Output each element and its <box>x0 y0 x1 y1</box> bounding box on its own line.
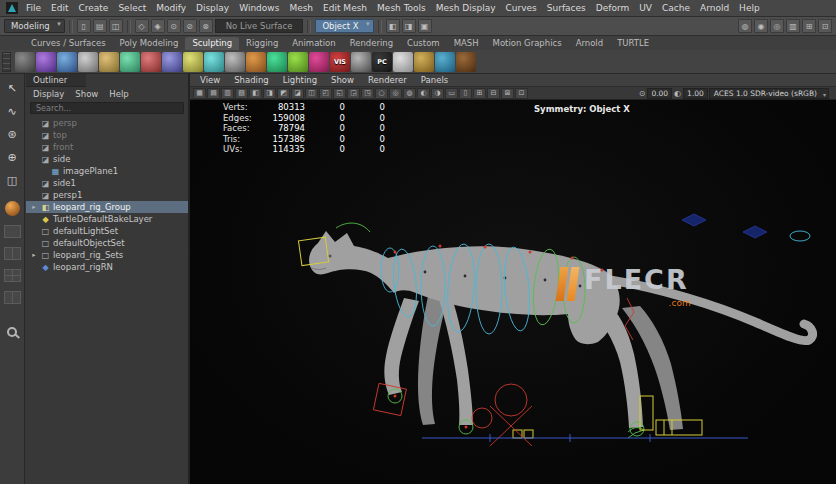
menubar-item[interactable]: Help <box>734 0 765 17</box>
shelf-tool-icon[interactable] <box>99 52 119 72</box>
menubar-item[interactable]: Windows <box>234 0 284 17</box>
render-icon[interactable]: ▥ <box>786 19 800 33</box>
viewport-menu-item[interactable]: Lighting <box>276 75 324 85</box>
outliner-item[interactable]: ◆ TurtleDefaultBakeLayer <box>26 213 188 225</box>
shelf-tool-icon[interactable] <box>351 52 371 72</box>
shelf-tool-icon[interactable] <box>435 52 455 72</box>
shelf-tool-icon[interactable] <box>246 52 266 72</box>
viewport-tool-icon[interactable]: ◐ <box>417 88 430 99</box>
outliner-item[interactable]: ▸ □ leopard_rig_Sets <box>26 249 188 261</box>
statusline-divider[interactable] <box>69 20 73 33</box>
outliner-menu-item[interactable]: Display <box>33 89 64 99</box>
shelf-tab[interactable]: Rendering <box>343 37 400 50</box>
render-icon[interactable]: ◎ <box>770 19 784 33</box>
toolbox-tool-icon[interactable]: ↖ <box>4 82 20 96</box>
menubar-item[interactable]: Mesh Display <box>431 0 501 17</box>
shelf-tool-icon[interactable] <box>78 52 98 72</box>
toolbox-tool-icon[interactable]: ◫ <box>4 174 20 188</box>
menubar-item[interactable]: Create <box>74 0 114 17</box>
statusline-divider[interactable] <box>127 20 131 33</box>
file-operation-icon[interactable]: ▤ <box>93 19 107 33</box>
snap-icon[interactable]: ◇ <box>135 19 149 33</box>
menubar-item[interactable]: Curves <box>501 0 542 17</box>
viewport-tool-icon[interactable]: ◱ <box>333 88 346 99</box>
viewport-tool-icon[interactable]: ⊠ <box>501 88 514 99</box>
menubar-item[interactable]: Surfaces <box>542 0 591 17</box>
symmetry-dropdown[interactable]: Object X <box>315 19 373 33</box>
shelf-tab[interactable]: Animation <box>285 37 342 50</box>
viewport-tool-icon[interactable]: ◑ <box>431 88 444 99</box>
statusline-divider[interactable] <box>378 20 382 33</box>
expand-arrow-icon[interactable]: ▸ <box>30 251 38 259</box>
shelf-tab[interactable]: MASH <box>447 37 486 50</box>
shelf-tool-icon[interactable] <box>456 52 476 72</box>
statusline-divider[interactable] <box>307 20 311 33</box>
exposure-field[interactable]: 0.00 <box>647 88 672 99</box>
shelf-tool-icon[interactable] <box>141 52 161 72</box>
viewport-tool-icon[interactable]: ▯ <box>459 88 472 99</box>
render-icon[interactable]: ⊞ <box>802 19 816 33</box>
zoom-tool-icon[interactable] <box>7 327 17 337</box>
outliner-item[interactable]: ◪ side1 <box>26 177 188 189</box>
outliner-menu-item[interactable]: Show <box>75 89 98 99</box>
outliner-title[interactable]: Outliner <box>26 74 86 87</box>
shelf-tab[interactable]: Curves / Surfaces <box>24 37 113 50</box>
last-tool-sphere-icon[interactable] <box>5 201 20 216</box>
leopard-model[interactable] <box>309 231 813 430</box>
viewport-tool-icon[interactable]: ◧ <box>249 88 262 99</box>
shelf-tool-icon[interactable] <box>225 52 245 72</box>
shelf-tab[interactable]: TURTLE <box>610 37 656 50</box>
history-icon[interactable]: ◨ <box>402 19 416 33</box>
render-icon[interactable]: ◉ <box>754 19 768 33</box>
viewport-menu-item[interactable]: Show <box>324 75 361 85</box>
viewport-tool-icon[interactable]: ○ <box>375 88 388 99</box>
viewport-menu-item[interactable]: View <box>193 75 227 85</box>
menubar-item[interactable]: Select <box>113 0 151 17</box>
viewport-menu-item[interactable]: Panels <box>414 75 455 85</box>
shelf-tool-icon[interactable] <box>267 52 287 72</box>
viewport-tool-icon[interactable]: ▦ <box>193 88 206 99</box>
shelf-tool-icon[interactable] <box>309 52 329 72</box>
menubar-item[interactable]: UV <box>634 0 657 17</box>
menubar-item[interactable]: Edit <box>46 0 73 17</box>
live-surface-field[interactable]: No Live Surface <box>215 19 304 33</box>
shelf-tool-icon[interactable] <box>36 52 56 72</box>
snap-icon[interactable]: ⊙ <box>167 19 181 33</box>
outliner-item[interactable]: ◪ side <box>26 153 188 165</box>
shelf-tab[interactable]: Rigging <box>239 37 285 50</box>
toolbox-tool-icon[interactable]: ⊕ <box>4 151 20 165</box>
menubar-item[interactable]: Cache <box>657 0 695 17</box>
shelf-tool-icon[interactable] <box>393 52 413 72</box>
viewport-tool-icon[interactable]: ▧ <box>235 88 248 99</box>
viewport-tool-icon[interactable]: ▭ <box>445 88 458 99</box>
outliner-item[interactable]: ◪ persp1 <box>26 189 188 201</box>
gamma-icon[interactable] <box>673 89 682 98</box>
outliner-item[interactable]: ◆ leopard_rigRN <box>26 261 188 273</box>
viewport-tool-icon[interactable]: ◪ <box>291 88 304 99</box>
history-icon[interactable]: ◧ <box>386 19 400 33</box>
viewport-canvas[interactable]: Verts: 80313 0 0 Edges: 159008 0 0 Faces… <box>190 100 836 484</box>
menubar-item[interactable]: Mesh Tools <box>372 0 431 17</box>
shelf-tab[interactable]: Sculpting <box>185 37 239 50</box>
menubar-item[interactable]: Display <box>191 0 234 17</box>
menubar-item[interactable]: Mesh <box>284 0 318 17</box>
render-icon[interactable]: ⊡ <box>818 19 832 33</box>
outliner-search-input[interactable]: Search... <box>30 102 184 114</box>
shelf-tool-icon[interactable] <box>183 52 203 72</box>
render-icon[interactable]: ◍ <box>738 19 752 33</box>
menubar-item[interactable]: Arnold <box>695 0 734 17</box>
expand-arrow-icon[interactable]: ▸ <box>30 203 38 211</box>
outliner-menu-item[interactable]: Help <box>109 89 128 99</box>
shelf-scroll-controls[interactable] <box>2 52 11 72</box>
shelf-tool-icon[interactable] <box>204 52 224 72</box>
viewport-tool-icon[interactable]: ◫ <box>305 88 318 99</box>
shelf-tool-icon[interactable] <box>288 52 308 72</box>
shelf-tool-icon[interactable] <box>414 52 434 72</box>
viewport-tool-icon[interactable]: ▥ <box>221 88 234 99</box>
viewport-tool-icon[interactable]: ▤ <box>207 88 220 99</box>
shelf-tool-icon[interactable]: PC <box>372 52 392 72</box>
shelf-tool-icon[interactable]: VIS <box>330 52 350 72</box>
menubar-item[interactable]: File <box>21 0 46 17</box>
file-operation-icon[interactable]: ◫ <box>109 19 123 33</box>
viewport-tool-icon[interactable]: ◲ <box>347 88 360 99</box>
